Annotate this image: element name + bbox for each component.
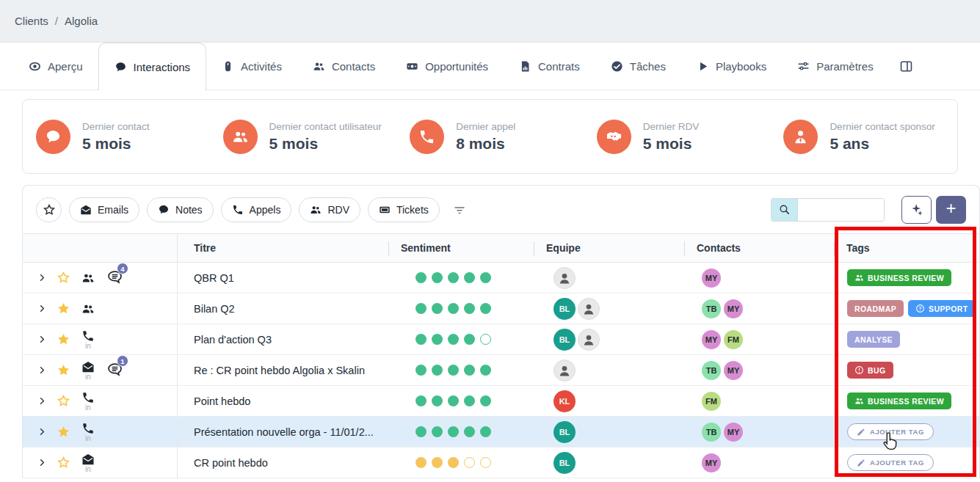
favorite-star[interactable] <box>57 271 81 285</box>
tag-label: BUSINESS REVIEW <box>868 397 944 406</box>
sentiment-dot <box>432 426 443 437</box>
stat-label: Dernier RDV <box>643 120 700 134</box>
favorite-star[interactable] <box>57 332 81 346</box>
bubble-icon <box>115 61 127 73</box>
tabs: AperçuInteractionsActivitésContactsOppor… <box>0 43 980 90</box>
expand-chevron-icon[interactable] <box>37 273 57 282</box>
column-header-tags[interactable]: Tags <box>834 234 970 262</box>
sentiment-dot <box>415 303 427 314</box>
interaction-title[interactable]: CR point hebdo <box>177 448 388 478</box>
tags-cell: AJOUTER TAG <box>834 448 970 478</box>
star_f-icon <box>57 363 70 377</box>
person-icon <box>557 271 572 285</box>
filter-icon[interactable] <box>453 203 466 216</box>
rdv-type-icon <box>81 302 106 315</box>
rdv-type-icon <box>81 271 106 285</box>
favorite-star[interactable] <box>57 456 81 470</box>
table-row[interactable]: inPoint hebdoKLFMBUSINESS REVIEW <box>23 386 979 417</box>
favorites-filter-button[interactable] <box>36 197 62 222</box>
tab-apercu[interactable]: Aperçu <box>13 43 98 90</box>
tab-opportunites[interactable]: Opportunités <box>391 43 504 90</box>
topbar: Clients / Algolia <box>0 0 980 43</box>
interaction-title[interactable]: Re : CR point hebdo Algolia x Skalin <box>177 355 388 385</box>
filter-pill-tickets[interactable]: Tickets <box>368 197 440 222</box>
table-row[interactable]: 4QBR Q1MYBUSINESS REVIEW <box>23 263 979 293</box>
team-avatar-photo <box>553 267 576 289</box>
expand-chevron-icon[interactable] <box>37 427 57 437</box>
contact-avatar: MY <box>724 423 743 442</box>
ai-assistant-button[interactable] <box>901 196 932 224</box>
users-icon <box>310 204 322 216</box>
expand-chevron-icon[interactable] <box>37 365 57 375</box>
breadcrumb-clients[interactable]: Clients <box>15 15 48 27</box>
interaction-title[interactable]: Point hebdo <box>177 386 388 416</box>
add-tag-button[interactable]: AJOUTER TAG <box>847 423 934 440</box>
layout-toggle-button[interactable] <box>889 43 923 90</box>
tag-label: BUSINESS REVIEW <box>868 274 944 282</box>
contact-avatar: MY <box>724 299 743 318</box>
column-header-sentiment[interactable]: Sentiment <box>388 234 534 262</box>
table-row[interactable]: in1Re : CR point hebdo Algolia x SkalinT… <box>23 355 979 386</box>
table-row[interactable]: inPlan d'action Q3BLMYFMANALYSE <box>23 324 979 355</box>
add-interaction-button[interactable]: + <box>936 196 966 224</box>
favorite-star[interactable] <box>57 394 81 408</box>
tab-interactions[interactable]: Interactions <box>98 43 207 90</box>
contact-avatar: TB <box>702 361 721 380</box>
persontie-icon <box>792 128 809 145</box>
sentiment-dot <box>432 334 443 345</box>
favorite-star[interactable] <box>57 363 81 377</box>
table-row[interactable]: inPrésentation nouvelle orga - 11/01/2..… <box>23 417 979 448</box>
channel-label: in <box>85 342 91 350</box>
star_o-icon <box>57 394 70 408</box>
interaction-title[interactable]: QBR Q1 <box>177 263 388 293</box>
column-header-contacts[interactable]: Contacts <box>684 234 834 262</box>
filter-pill-appels[interactable]: Appels <box>221 197 292 222</box>
expand-chevron-icon[interactable] <box>37 304 57 313</box>
favorite-star[interactable] <box>57 302 81 315</box>
chevron-icon <box>37 396 47 406</box>
expand-chevron-icon[interactable] <box>37 335 57 344</box>
interaction-title[interactable]: Présentation nouvelle orga - 11/01/2... <box>177 417 388 447</box>
column-header-icons <box>23 234 177 262</box>
team-cell: BL <box>534 324 684 354</box>
tab-contacts[interactable]: Contacts <box>297 43 391 90</box>
column-header-equipe[interactable]: Equipe <box>534 234 684 262</box>
envelope-icon <box>80 204 92 216</box>
add-tag-button[interactable]: AJOUTER TAG <box>847 454 934 471</box>
filter-pill-rdv[interactable]: RDV <box>299 197 360 222</box>
channel-label: in <box>85 373 91 381</box>
filter-pill-label: Emails <box>98 204 128 216</box>
column-divider <box>534 241 534 256</box>
contact-avatar: MY <box>702 330 721 349</box>
expand-chevron-icon[interactable] <box>37 396 57 406</box>
breadcrumb-client-name: Algolia <box>65 15 98 27</box>
favorite-star[interactable] <box>57 425 81 439</box>
table-row[interactable]: inCR point hebdoBLMYAJOUTER TAG <box>23 448 979 478</box>
filter-pill-notes[interactable]: Notes <box>147 197 214 222</box>
column-divider <box>684 241 685 256</box>
tab-parametres[interactable]: Paramètres <box>782 43 889 90</box>
filter-pill-emails[interactable]: Emails <box>69 197 139 222</box>
tab-taches[interactable]: Tâches <box>595 43 681 90</box>
sentiment-dot <box>464 365 475 376</box>
person-icon <box>557 363 572 378</box>
phone-type-icon: in <box>81 329 106 350</box>
stat-dernier-contact: Dernier contact 5 mois <box>23 120 210 154</box>
interaction-title[interactable]: Plan d'action Q3 <box>177 324 388 354</box>
phone-stat-icon <box>410 120 444 154</box>
team-cell: KL <box>534 386 684 416</box>
tab-contrats[interactable]: Contrats <box>504 43 595 90</box>
expand-chevron-icon[interactable] <box>37 458 57 467</box>
ticket-icon <box>379 204 391 216</box>
phone-type-icon: in <box>81 391 106 412</box>
contact-avatar: TB <box>702 299 721 318</box>
table-row[interactable]: Bilan Q2BLTBMYROADMAP?SUPPORT <box>23 293 979 324</box>
column-header-titre[interactable]: Titre <box>177 234 388 262</box>
tags-cell: BUSINESS REVIEW <box>834 386 970 416</box>
interaction-title[interactable]: Bilan Q2 <box>177 293 388 324</box>
tab-activites[interactable]: Activités <box>206 43 297 90</box>
search-input[interactable] <box>798 199 884 221</box>
tab-playbooks[interactable]: Playbooks <box>681 43 782 90</box>
column-label: Titre <box>194 242 216 254</box>
tab-label: Tâches <box>630 60 666 73</box>
